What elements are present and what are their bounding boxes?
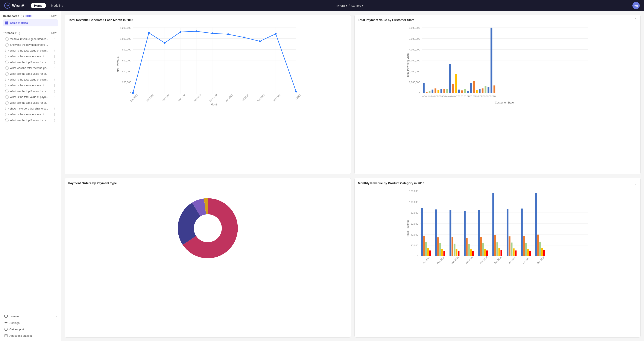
thread-list-item[interactable]: What is the average score of r... ⋮: [3, 83, 58, 88]
svg-rect-75: [426, 92, 428, 93]
svg-rect-80: [440, 89, 442, 93]
thread-icon: [5, 84, 8, 87]
learning-icon: [4, 314, 8, 318]
thread-list-item[interactable]: What are the top 3 value for or... ⋮: [3, 118, 58, 123]
thread-list-item[interactable]: What is the average score of r... ⋮: [3, 54, 58, 59]
svg-text:Feb 2018: Feb 2018: [436, 256, 445, 264]
modeling-button[interactable]: Modeling: [48, 3, 67, 8]
thread-list-item[interactable]: What are the top 3 value for or... ⋮: [3, 100, 58, 106]
thread-list-item[interactable]: What are the top 3 value for or... ⋮: [3, 88, 58, 94]
thread-more-icon[interactable]: ⋮: [53, 37, 56, 41]
svg-text:CE: CE: [434, 95, 437, 97]
learning-item[interactable]: Learning ›: [3, 313, 58, 320]
thread-more-icon[interactable]: ⋮: [53, 107, 56, 110]
gear-icon: [4, 321, 8, 324]
svg-text:Apr 2018: Apr 2018: [465, 256, 473, 264]
payment-orders-chart-more-button[interactable]: ⋮: [344, 181, 348, 185]
svg-text:1,000,000: 1,000,000: [120, 37, 131, 40]
sidebar: Dashboards (1) Beta + New Sales metrics …: [0, 11, 61, 341]
svg-text:800,000: 800,000: [122, 48, 131, 51]
thread-more-icon[interactable]: ⋮: [53, 118, 56, 122]
svg-rect-160: [472, 251, 474, 256]
thread-more-icon[interactable]: ⋮: [53, 60, 56, 64]
thread-more-icon[interactable]: ⋮: [53, 72, 56, 76]
svg-rect-86: [458, 90, 460, 93]
thread-label-text: show me orders that ship to cu...: [10, 107, 48, 110]
payment-orders-chart-area: [68, 188, 347, 269]
svg-text:2,000,000: 2,000,000: [409, 70, 420, 73]
revenue-chart-more-button[interactable]: ⋮: [344, 18, 348, 22]
thread-list-item[interactable]: What is the total value of paym... ⋮: [3, 94, 58, 100]
thread-list-item[interactable]: What is the total value of paym... ⋮: [3, 77, 58, 82]
dashboard-icon: [5, 21, 8, 25]
thread-more-icon[interactable]: ⋮: [53, 43, 56, 46]
settings-item[interactable]: Settings: [3, 320, 58, 326]
svg-text:Apr 2018: Apr 2018: [193, 94, 202, 102]
avatar[interactable]: WI: [632, 2, 640, 9]
svg-text:0: 0: [418, 92, 420, 94]
svg-point-45: [275, 33, 276, 34]
thread-list-item[interactable]: show me orders that ship to cu... ⋮: [3, 106, 58, 112]
svg-rect-82: [446, 89, 448, 93]
svg-text:Jul 2018: Jul 2018: [508, 256, 516, 264]
thread-more-icon[interactable]: ⋮: [53, 66, 56, 70]
svg-rect-161: [478, 210, 480, 256]
thread-list-item[interactable]: What is the average score of r... ⋮: [3, 112, 58, 117]
thread-icon: [5, 113, 8, 116]
svg-text:Customer State: Customer State: [495, 101, 514, 104]
payment-value-chart-area: 6,000,000 5,000,000 4,000,000 3,000,000 …: [358, 24, 637, 106]
chevron-down-icon: ▾: [362, 4, 364, 7]
thread-icon: [5, 118, 8, 122]
monthly-revenue-chart-more-button[interactable]: ⋮: [634, 181, 637, 185]
sample-selector[interactable]: sample ▾: [352, 4, 364, 7]
thread-more-icon[interactable]: ⋮: [53, 55, 56, 58]
about-dataset-item[interactable]: About this dataset: [3, 332, 58, 339]
svg-text:PB: PB: [460, 95, 463, 97]
svg-text:100,000: 100,000: [409, 200, 418, 203]
thread-more-icon[interactable]: ⋮: [53, 101, 56, 104]
svg-text:BA: BA: [431, 95, 434, 97]
thread-list-item[interactable]: What are the top 3 value for or... ⋮: [3, 71, 58, 77]
svg-text:Sep 2018: Sep 2018: [536, 256, 545, 264]
thread-label-text: What is the total value of paym...: [10, 96, 48, 98]
thread-list-item[interactable]: What are the top 3 value for or... ⋮: [3, 60, 58, 65]
svg-point-42: [227, 33, 229, 35]
svg-rect-178: [525, 243, 526, 256]
thread-more-icon[interactable]: ⋮: [53, 90, 56, 93]
thread-more-icon[interactable]: ⋮: [53, 78, 56, 82]
svg-text:PJ: PJ: [472, 95, 475, 97]
sales-metrics-item[interactable]: Sales metrics ⋮: [3, 19, 58, 26]
thread-icon: [5, 66, 8, 70]
thread-icon: [5, 37, 8, 41]
new-dashboard-button[interactable]: + New: [48, 14, 58, 18]
thread-list-item[interactable]: What is the total value of paym... ⋮: [3, 48, 58, 54]
org-selector[interactable]: my org ▾: [336, 4, 347, 7]
svg-text:40,000: 40,000: [410, 233, 418, 236]
thread-label-text: What was the total revenue ge...: [10, 66, 48, 70]
main-content: Total Revenue Generated Each Month in 20…: [61, 11, 644, 341]
get-support-item[interactable]: Get support: [3, 326, 58, 332]
svg-text:MT: MT: [454, 95, 458, 97]
svg-rect-81: [443, 89, 445, 93]
payment-value-chart-more-button[interactable]: ⋮: [634, 18, 637, 22]
thread-list-item[interactable]: What was the total revenue ge... ⋮: [3, 65, 58, 71]
thread-icon: [5, 78, 8, 82]
thread-more-icon[interactable]: ⋮: [53, 49, 56, 52]
thread-list-item[interactable]: Show me the payment orders ... ⋮: [3, 42, 58, 48]
more-icon[interactable]: ⋮: [52, 21, 56, 25]
home-button[interactable]: Home: [31, 3, 46, 8]
new-thread-button[interactable]: + New: [48, 31, 58, 35]
sidebar-bottom: Learning › Settings Get support About th…: [0, 311, 61, 341]
thread-more-icon[interactable]: ⋮: [53, 95, 56, 99]
thread-icon: [5, 43, 8, 46]
thread-label-text: What are the top 3 value for or...: [10, 72, 48, 75]
thread-label-text: What is the average score of r...: [10, 84, 48, 87]
svg-rect-88: [464, 89, 466, 93]
thread-more-icon[interactable]: ⋮: [53, 113, 56, 116]
monthly-revenue-chart-card: Monthly Revenue by Product Category in 2…: [354, 178, 641, 338]
thread-more-icon[interactable]: ⋮: [53, 84, 56, 87]
thread-list-item[interactable]: the total revenue generated ea... ⋮: [3, 36, 58, 42]
svg-text:3,000,000: 3,000,000: [409, 59, 420, 62]
svg-text:Mar 2018: Mar 2018: [450, 256, 459, 264]
svg-rect-145: [429, 250, 430, 256]
